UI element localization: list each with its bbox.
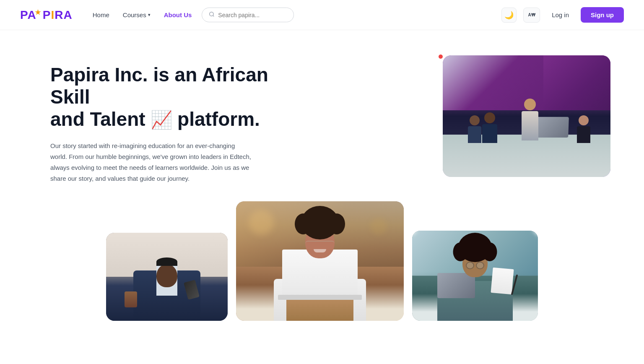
theme-toggle-button[interactable]: 🌙: [501, 8, 517, 23]
search-input[interactable]: [218, 12, 287, 18]
nav-links: Home Courses ▾ About Us: [93, 11, 192, 19]
hero-title: Papira Inc. is an African Skill and Tale…: [50, 64, 268, 130]
team-photo: [443, 55, 610, 177]
moon-icon: 🌙: [504, 10, 514, 20]
svg-point-0: [210, 12, 213, 16]
search-icon: [209, 11, 215, 18]
signup-button[interactable]: Sign up: [581, 7, 624, 23]
woman-notebook-photo: [412, 231, 538, 321]
login-button[interactable]: Log in: [547, 8, 574, 22]
search-bar[interactable]: [202, 8, 294, 22]
hero-section: Papira Inc. is an African Skill and Tale…: [0, 30, 644, 201]
logo-star-icon: ★: [35, 9, 41, 16]
svg-line-1: [213, 16, 214, 17]
navbar: PA★PIRA Home Courses ▾ About Us 🌙: [0, 0, 644, 30]
man-phone-photo: [106, 233, 228, 321]
language-toggle-button[interactable]: A₩: [523, 8, 540, 23]
accent-dot: [439, 55, 443, 59]
hero-text-block: Papira Inc. is an African Skill and Tale…: [50, 55, 268, 185]
logo[interactable]: PA★PIRA: [20, 8, 73, 22]
nav-right-controls: 🌙 A₩ Log in Sign up: [501, 7, 624, 23]
nav-courses[interactable]: Courses ▾: [123, 11, 151, 18]
chart-emoji: 📈: [151, 110, 177, 130]
hero-description: Our story started with re-imagining educ…: [50, 140, 252, 185]
chevron-down-icon: ▾: [148, 12, 151, 18]
nav-about-us[interactable]: About Us: [164, 11, 192, 19]
photos-section: [0, 201, 644, 346]
hero-image-block: [302, 55, 610, 177]
language-icon: A₩: [528, 13, 535, 17]
nav-home[interactable]: Home: [93, 11, 109, 19]
woman-laptop-photo: [236, 201, 404, 321]
